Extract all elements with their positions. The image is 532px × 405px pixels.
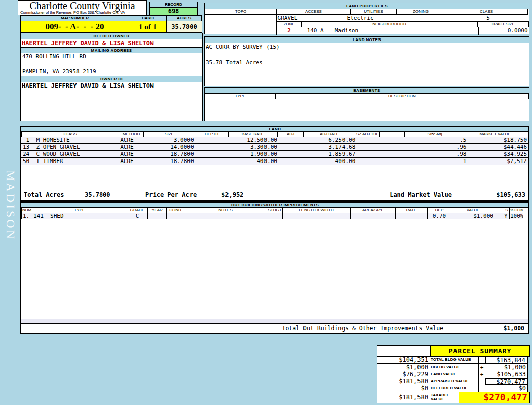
land-col-sz-adj-tbl: SZ ADJ TBL bbox=[355, 131, 380, 137]
total-acres-value: 35.7800 bbox=[85, 190, 135, 200]
summary-row-appraised: $181,580 APPRAISED VALUE $270,477 bbox=[377, 378, 530, 385]
zone-label: ZONE bbox=[277, 21, 302, 27]
summary-row-total-bldg: $104,351 TOTAL BLDG VALUE $163,844 bbox=[377, 357, 530, 364]
record-value: 698 bbox=[149, 7, 198, 15]
neighborhood-label: NEIGHBORHOOD bbox=[301, 21, 478, 27]
address-line-2: PAMPLIN, VA 23958-2119 bbox=[21, 68, 202, 75]
map-table: MAP NUMBER CARD ACRES 009- - A- - - 20 1… bbox=[20, 15, 203, 33]
easements-panel: EASEMENTS TYPE DESCRIPTION bbox=[204, 87, 529, 122]
parcel-summary: PARCEL SUMMARY $104,351 TOTAL BLDG VALUE… bbox=[377, 345, 530, 403]
land-col-size-adj: Size Adj bbox=[404, 131, 465, 137]
owner-panel: DEEDED OWNER HAERTEL JEFFREY DAVID & LIS… bbox=[20, 33, 203, 122]
land-table-row: 1 M HOMESITE ACRE 3.0000 12,500.00 6,250… bbox=[21, 137, 528, 144]
zone-value: 2 bbox=[277, 27, 302, 35]
zoning-label: ZONING bbox=[396, 9, 445, 15]
land-market-value-label: Land Market Value bbox=[390, 190, 452, 200]
mailing-address-header: MAILING ADDRESS bbox=[21, 47, 202, 53]
class-label: CLASS bbox=[445, 9, 528, 15]
county-watermark-madison: MADISON bbox=[4, 170, 17, 241]
land-col-class: CLASS bbox=[21, 131, 119, 137]
land-note-line-1: AC CORR BY SURVEY (15) bbox=[205, 43, 529, 50]
access-label: ACCESS bbox=[276, 9, 351, 15]
summary-row-land: $76,229 LAND VALUE + $105,633 bbox=[377, 371, 530, 378]
land-notes-panel: LAND NOTES AC CORR BY SURVEY (15) 35.78 … bbox=[204, 36, 529, 86]
land-note-line-2: 35.78 Total Acres bbox=[205, 59, 529, 66]
easement-description-label: DESCRIPTION bbox=[275, 93, 529, 99]
land-col-adj-rate: ADJ RATE bbox=[303, 131, 355, 137]
land-table-row: 13 Z OPEN GRAVEL ACRE 14.0000 3,300.00 3… bbox=[21, 144, 528, 151]
summary-row-deferred: $0 DEFERRED VALUE - $0 bbox=[377, 385, 530, 392]
acres-value: 35.7800 bbox=[166, 21, 202, 33]
utilities-label: UTILITIES bbox=[350, 9, 397, 15]
topo-value bbox=[205, 15, 277, 35]
taxable-value: $270,477 bbox=[459, 392, 530, 403]
tract-size-label: TRACT SIZE bbox=[477, 21, 529, 27]
parcel-summary-title: PARCEL SUMMARY bbox=[430, 345, 530, 357]
land-col-depth: DEPTH bbox=[195, 131, 229, 137]
out-buildings-divider bbox=[21, 319, 528, 324]
land-properties-values: GRAVEL Electric 5 ZONE NEIGHBORHOOD TRAC… bbox=[277, 15, 529, 35]
price-per-acre-value: $2,952 bbox=[221, 190, 272, 200]
land-col-adj: ADJ bbox=[277, 131, 304, 137]
parcel-summary-left-header bbox=[377, 345, 431, 357]
neighborhood-code: 140 A bbox=[302, 27, 324, 35]
out-buildings-table: OUT BUILDINGS/OTHER IMPROVEMENTS NUM TYP… bbox=[20, 201, 529, 334]
land-col-base-rate: BASE RATE bbox=[228, 131, 278, 137]
page-subtitle: Commissioner of the Revenue, PO Box 308,… bbox=[18, 11, 146, 15]
out-buildings-total-row: Total Out Buildings & Other Improvements… bbox=[21, 324, 528, 333]
price-per-acre-label: Price Per Acre bbox=[135, 190, 221, 200]
easement-type-label: TYPE bbox=[205, 93, 276, 99]
deeded-owner-value: HAERTEL JEFFREY DAVID & LISA SHELTON bbox=[21, 39, 202, 47]
out-buildings-total-value: $1,000 bbox=[443, 324, 528, 333]
land-notes-header: LAND NOTES bbox=[205, 37, 529, 43]
map-number-value: 009- - A- - - 20 bbox=[20, 21, 129, 33]
land-col-market-value: MARKET VALUE bbox=[465, 131, 525, 137]
out-building-row: 1. 141 SHED C 0.70 $1,000 Y 100% bbox=[21, 213, 528, 219]
land-table-row: 50 I TIMBER ACRE 18.7800 400.00 400.00 1… bbox=[21, 158, 528, 165]
land-totals-row: Total Acres 35.7800 Price Per Acre $2,95… bbox=[21, 190, 528, 200]
neighborhood-value: Madison bbox=[324, 27, 358, 35]
title-block: Charlotte County Virginia Commissioner o… bbox=[18, 0, 147, 15]
land-market-value: $105,633 bbox=[452, 190, 528, 200]
land-col-method: METHOD bbox=[119, 131, 144, 137]
topo-label: TOPO bbox=[205, 9, 277, 15]
land-properties-panel: LAND PROPERTIES TOPO ACCESS UTILITIES ZO… bbox=[204, 3, 529, 34]
page-title: Charlotte County Virginia bbox=[18, 1, 146, 11]
mailing-address-block: 470 ROLLING HILL RD PAMPLIN, VA 23958-21… bbox=[21, 53, 202, 76]
tract-size-value: 0.0000 bbox=[478, 27, 530, 35]
owner-id-header: OWNER ID bbox=[21, 76, 202, 82]
access-value: GRAVEL bbox=[278, 15, 298, 21]
land-table: LAND CLASS METHOD SIZE DEPTH BASE RATE A… bbox=[20, 126, 529, 201]
land-col-size: SIZE bbox=[143, 131, 195, 137]
property-record-card: MADISON Charlotte County Virginia Commis… bbox=[0, 0, 532, 405]
card-value: 1 of 1 bbox=[129, 21, 167, 33]
utilities-value: Electric bbox=[347, 15, 374, 21]
address-line-1: 470 ROLLING HILL RD bbox=[21, 53, 202, 60]
land-col-blank bbox=[379, 131, 405, 137]
out-buildings-total-label: Total Out Buildings & Other Improvements… bbox=[282, 324, 444, 333]
record-box: RECORD 698 bbox=[149, 2, 198, 15]
class-value: 5 bbox=[447, 15, 530, 21]
land-table-row: 24 C WOOD GRAVEL ACRE 18.7800 1,900.00 1… bbox=[21, 151, 528, 158]
summary-row-obldg: $1,000 OBLDG VALUE + $1,000 bbox=[377, 364, 530, 371]
summary-row-taxable: $181,580 TAXABLE VALUE $270,477 bbox=[377, 392, 530, 403]
owner-id-value: HAERTEL JEFFREY DAVID & LISA SHELTON bbox=[21, 82, 202, 90]
total-acres-label: Total Acres bbox=[21, 190, 85, 200]
deeded-owner-header: DEEDED OWNER bbox=[21, 33, 202, 39]
